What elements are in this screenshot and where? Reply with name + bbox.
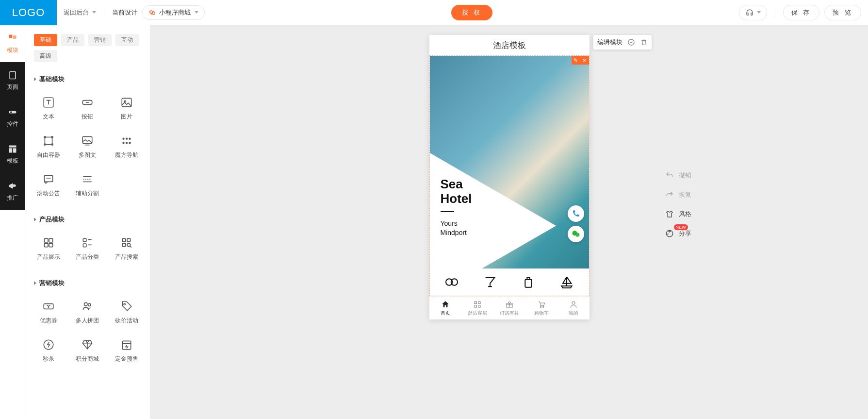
tab-advanced[interactable]: 高级 (34, 50, 57, 62)
svg-line-45 (130, 246, 131, 248)
chevron-down-circle-icon[interactable] (627, 38, 635, 46)
comp-label: 文本 (43, 113, 54, 121)
save-button[interactable]: 保 存 (783, 5, 820, 20)
text-icon (42, 96, 55, 109)
comp-coupon[interactable]: 优惠券 (30, 294, 67, 331)
hero-sub-2: Mindport (441, 229, 467, 236)
divider-icon (81, 173, 94, 185)
tab-gift[interactable]: 订房有礼 (493, 297, 525, 319)
rail-label: 控件 (7, 120, 18, 128)
comp-points[interactable]: 积分商城 (69, 333, 106, 369)
component-panel: 基础 产品 营销 互动 高级 基础模块 文本 按钮 图片 自由容器 多图文 魔方… (25, 25, 150, 419)
svg-point-23 (126, 138, 128, 140)
template-icon (8, 144, 17, 154)
support-button[interactable] (739, 5, 767, 20)
call-button[interactable] (568, 205, 584, 222)
rail-pages[interactable]: 页面 (0, 62, 25, 99)
comp-presale[interactable]: 定金预售 (108, 333, 145, 369)
comp-label: 优惠券 (40, 317, 57, 325)
user-icon (569, 300, 578, 309)
comp-label: 魔方导航 (115, 151, 138, 159)
tab-product[interactable]: 产品 (61, 34, 84, 46)
rooms-icon (473, 300, 482, 309)
comp-multiimage[interactable]: 多图文 (69, 129, 106, 165)
svg-rect-7 (9, 145, 16, 147)
trash-icon[interactable] (640, 38, 648, 46)
rail-modules[interactable]: 模块 (0, 25, 25, 62)
undo-button[interactable]: 撤销 (665, 171, 691, 180)
page-title: 酒店模板 (493, 40, 526, 51)
canvas[interactable]: 酒店模板 编辑模块 ✎✕ SeaHotel YoursMindport (150, 25, 868, 419)
luggage-icon[interactable] (521, 274, 536, 290)
selection-handles[interactable]: ✎✕ (572, 56, 589, 65)
svg-point-6 (10, 111, 12, 113)
wechat-button[interactable] (568, 226, 584, 242)
comp-label: 产品分类 (76, 253, 99, 261)
section-basic[interactable]: 基础模块 (25, 66, 150, 87)
comp-cubnav[interactable]: 魔方导航 (108, 129, 145, 165)
style-button[interactable]: 风格 (665, 210, 691, 218)
current-design-selector[interactable]: 小程序商城 (142, 5, 205, 20)
cocktail-icon[interactable] (482, 274, 498, 290)
back-button[interactable]: 返回后台 (64, 8, 96, 17)
tab-label: 舒适客房 (468, 310, 487, 317)
comp-divider[interactable]: 辅助分割 (69, 167, 106, 203)
phone-title-bar: 酒店模板 编辑模块 (429, 35, 590, 55)
section-marketing[interactable]: 营销模块 (25, 270, 150, 291)
triangle-icon (34, 77, 36, 81)
comp-groupbuy[interactable]: 多人拼团 (69, 294, 106, 331)
rail-templates[interactable]: 模板 (0, 136, 25, 173)
comp-flash[interactable]: 秒杀 (30, 333, 67, 369)
new-badge: NEW (674, 224, 688, 230)
home-icon (441, 300, 450, 309)
svg-point-24 (129, 138, 131, 140)
comp-button[interactable]: 按钮 (69, 90, 106, 127)
tool-label: 风格 (679, 210, 691, 218)
tab-marketing[interactable]: 营销 (88, 34, 112, 46)
category-tabs: 基础 产品 营销 互动 (25, 34, 150, 50)
main-layout: 模块 页面 控件 模板 推广 基础 产品 营销 互动 高级 基础模块 (0, 25, 868, 419)
svg-point-27 (129, 142, 131, 144)
authorize-button[interactable]: 授 权 (451, 5, 493, 20)
modules-icon (8, 34, 17, 43)
rail-promotion[interactable]: 推广 (0, 173, 25, 210)
comp-product-category[interactable]: 产品分类 (69, 231, 106, 267)
comp-image[interactable]: 图片 (108, 90, 145, 127)
goggles-icon[interactable] (444, 274, 459, 290)
comp-label: 滚动公告 (37, 189, 60, 198)
rail-label: 模块 (7, 46, 18, 54)
section-product[interactable]: 产品模块 (25, 206, 150, 228)
current-design-value: 小程序商城 (159, 8, 191, 17)
back-label: 返回后台 (64, 8, 89, 17)
comp-text[interactable]: 文本 (30, 90, 67, 127)
comp-notice[interactable]: 滚动公告 (30, 167, 67, 203)
redo-icon (665, 190, 674, 199)
product-grid: 产品展示 产品分类 产品搜索 (25, 228, 150, 270)
share-button[interactable]: NEW 分享 (665, 229, 691, 238)
grid-icon (120, 134, 133, 147)
comp-freecontainer[interactable]: 自由容器 (30, 129, 67, 165)
comp-product-search[interactable]: 产品搜索 (108, 231, 145, 267)
tab-basic[interactable]: 基础 (34, 34, 57, 46)
tab-label: 我的 (569, 310, 578, 317)
rail-widgets[interactable]: 控件 (0, 99, 25, 136)
svg-rect-37 (83, 238, 87, 242)
search-products-icon (120, 236, 133, 249)
comp-bargain[interactable]: 砍价活动 (108, 294, 145, 331)
tab-label: 购物车 (534, 310, 549, 317)
tab-home[interactable]: 首页 (429, 297, 461, 319)
svg-point-1 (152, 12, 155, 14)
tool-label: 撤销 (679, 171, 691, 180)
sail-icon[interactable] (559, 274, 574, 290)
tab-interaction[interactable]: 互动 (115, 34, 139, 46)
tab-cart[interactable]: 购物车 (525, 297, 557, 319)
edit-module-label[interactable]: 编辑模块 (597, 38, 622, 47)
preview-button[interactable]: 预 览 (824, 5, 861, 20)
comp-product-display[interactable]: 产品展示 (30, 231, 67, 267)
tool-label: 分享 (679, 229, 691, 238)
redo-button[interactable]: 恢复 (665, 190, 691, 199)
tab-rooms[interactable]: 舒适客房 (461, 297, 493, 319)
phone-body[interactable]: ✎✕ SeaHotel YoursMindport (429, 55, 590, 296)
triangle-icon (34, 281, 36, 285)
tab-mine[interactable]: 我的 (557, 297, 590, 319)
